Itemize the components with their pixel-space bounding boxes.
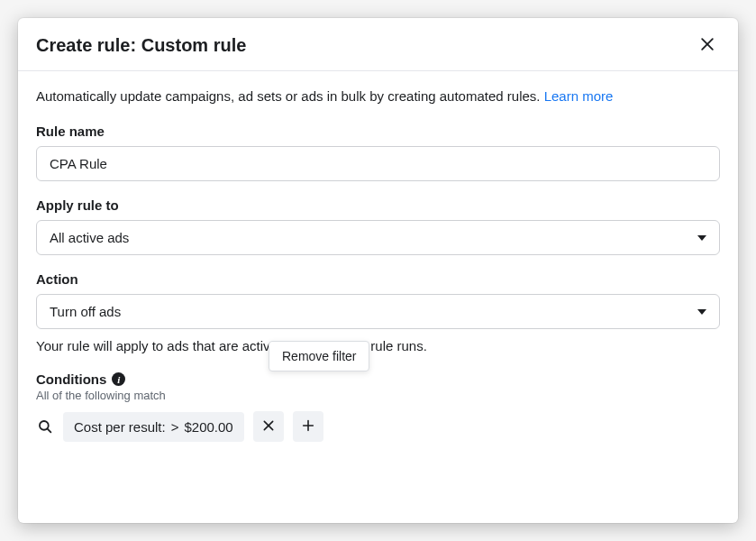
action-label: Action [36,271,720,287]
apply-rule-to-select[interactable]: All active ads [36,220,720,255]
dialog-title: Create rule: Custom rule [36,35,246,56]
condition-chip[interactable]: Cost per result: > $200.00 [63,412,244,442]
rule-name-input[interactable] [36,146,720,181]
svg-line-3 [47,429,50,433]
dialog-header: Create rule: Custom rule [18,18,738,71]
chevron-down-icon [697,309,706,315]
remove-filter-tooltip: Remove filter [269,341,369,371]
chip-metric: Cost per result: [74,419,166,435]
conditions-header: Conditions i [36,371,720,387]
plus-icon [301,418,315,436]
dialog-body: Automatically update campaigns, ad sets … [18,71,738,523]
conditions-row: Cost per result: > $200.00 [36,411,720,442]
action-value: Turn off ads [50,304,121,319]
rule-name-label: Rule name [36,124,720,139]
close-button[interactable] [695,32,720,58]
close-icon [698,35,716,56]
action-group: Action Turn off ads [36,271,720,329]
apply-rule-to-value: All active ads [50,230,129,245]
chip-value: $200.00 [184,419,232,435]
conditions-subtext: All of the following match [36,389,720,402]
create-rule-dialog: Create rule: Custom rule Automatically u… [18,18,738,523]
remove-condition-button[interactable] [253,411,284,442]
dialog-description: Automatically update campaigns, ad sets … [36,87,720,105]
apply-rule-to-group: Apply rule to All active ads [36,197,720,255]
apply-rule-to-label: Apply rule to [36,197,720,213]
conditions-label: Conditions [36,371,106,387]
description-text: Automatically update campaigns, ad sets … [36,88,544,104]
add-condition-button[interactable] [293,411,323,442]
search-icon[interactable] [36,417,54,436]
info-icon[interactable]: i [112,372,125,386]
rule-name-group: Rule name [36,124,720,181]
learn-more-link[interactable]: Learn more [544,88,614,104]
x-icon [261,418,276,436]
conditions-section: Conditions i All of the following match … [36,371,720,442]
chevron-down-icon [697,235,706,241]
action-help-text: Your rule will apply to ads that are act… [36,338,720,353]
chip-operator: > [171,419,179,435]
action-select[interactable]: Turn off ads [36,294,720,329]
